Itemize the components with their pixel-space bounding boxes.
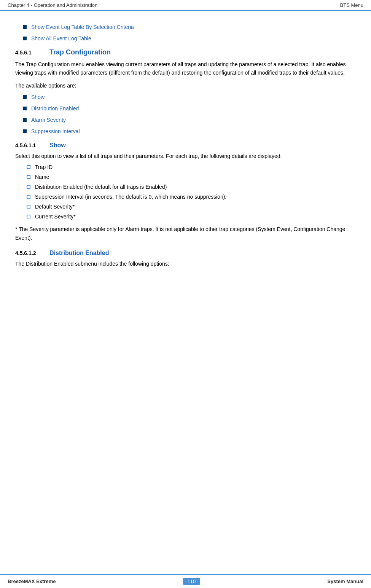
list-item: Distribution Enabled bbox=[15, 105, 356, 112]
subsection-title: Show bbox=[49, 142, 66, 149]
detail-default-severity: Default Severity* bbox=[35, 204, 75, 210]
details-list: Trap ID Name Distribution Enabled (the d… bbox=[15, 164, 356, 220]
list-item: Distribution Enabled (the default for al… bbox=[15, 184, 356, 190]
list-item: Trap ID bbox=[15, 164, 356, 170]
section-4561-body: The Trap Configuration menu enables view… bbox=[15, 60, 356, 77]
bullet-icon bbox=[23, 37, 27, 40]
footer-manual: System Manual bbox=[327, 578, 363, 584]
detail-trapid: Trap ID bbox=[35, 164, 53, 170]
severity-note: * The Severity parameter is applicable o… bbox=[15, 225, 356, 242]
header-chapter: Chapter 4 - Operation and Administration bbox=[8, 2, 97, 8]
section-title: Trap Configuration bbox=[49, 48, 111, 56]
bullet-icon bbox=[23, 129, 27, 133]
list-item: Show All Event Log Table bbox=[15, 35, 356, 41]
detail-suppression: Suppression Interval (in seconds. The de… bbox=[35, 194, 226, 200]
options-label: The available options are: bbox=[15, 83, 356, 89]
section-number: 4.5.6.1 bbox=[15, 49, 49, 56]
section-4561-heading: 4.5.6.1 Trap Configuration bbox=[15, 48, 356, 56]
page-number: 110 bbox=[183, 578, 201, 585]
bullet-label: Show All Event Log Table bbox=[31, 35, 91, 41]
nested-bullet-icon bbox=[27, 215, 30, 218]
section-45612-body: The Distribution Enabled submenu include… bbox=[15, 260, 356, 268]
bullet-icon bbox=[23, 107, 27, 110]
nested-bullet-icon bbox=[27, 205, 30, 209]
list-item: Suppression Interval bbox=[15, 128, 356, 134]
list-item: Show bbox=[15, 94, 356, 100]
header-section: BTS Menu bbox=[340, 2, 363, 8]
main-content: Show Event Log Table By Selection Criter… bbox=[0, 11, 371, 294]
option-alarm: Alarm Severity bbox=[31, 117, 66, 123]
nested-bullet-icon bbox=[27, 165, 30, 169]
detail-current-severity: Current Severity* bbox=[35, 214, 76, 220]
list-item: Alarm Severity bbox=[15, 117, 356, 123]
subsection-number: 4.5.6.1.2 bbox=[15, 250, 49, 256]
options-list: Show Distribution Enabled Alarm Severity… bbox=[15, 94, 356, 134]
nested-bullet-icon bbox=[27, 185, 30, 189]
subsection-number: 4.5.6.1.1 bbox=[15, 142, 49, 148]
subsection-title: Distribution Enabled bbox=[49, 250, 109, 257]
section-45611-heading: 4.5.6.1.1 Show bbox=[15, 142, 356, 149]
bullet-icon bbox=[23, 95, 27, 99]
bullet-icon bbox=[23, 118, 27, 122]
section-45612-heading: 4.5.6.1.2 Distribution Enabled bbox=[15, 250, 356, 257]
option-distribution: Distribution Enabled bbox=[31, 105, 79, 112]
bullet-label: Show Event Log Table By Selection Criter… bbox=[31, 24, 134, 30]
list-item: Show Event Log Table By Selection Criter… bbox=[15, 24, 356, 30]
page-header: Chapter 4 - Operation and Administration… bbox=[0, 0, 371, 11]
nested-bullet-icon bbox=[27, 175, 30, 179]
detail-name: Name bbox=[35, 174, 49, 180]
bullet-icon bbox=[23, 25, 27, 29]
detail-distribution: Distribution Enabled (the default for al… bbox=[35, 184, 167, 190]
page-footer: BreezeMAX Extreme 110 System Manual bbox=[0, 574, 371, 588]
list-item: Name bbox=[15, 174, 356, 180]
section-45611-body: Select this option to view a list of all… bbox=[15, 152, 356, 160]
footer-product: BreezeMAX Extreme bbox=[8, 578, 56, 584]
list-item: Current Severity* bbox=[15, 214, 356, 220]
top-bullets: Show Event Log Table By Selection Criter… bbox=[15, 24, 356, 41]
option-show: Show bbox=[31, 94, 45, 100]
nested-bullet-icon bbox=[27, 195, 30, 199]
list-item: Suppression Interval (in seconds. The de… bbox=[15, 194, 356, 200]
list-item: Default Severity* bbox=[15, 204, 356, 210]
option-suppression: Suppression Interval bbox=[31, 128, 80, 134]
